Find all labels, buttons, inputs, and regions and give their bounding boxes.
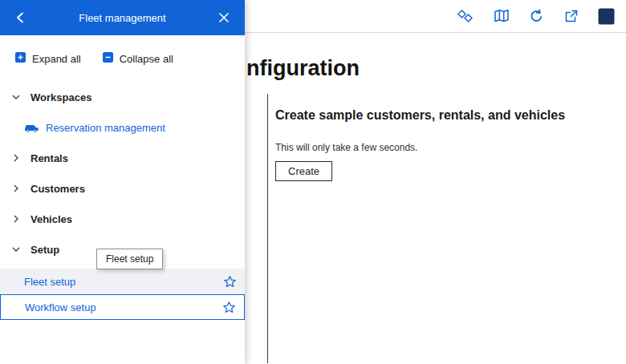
main-area: nfiguration Create sample customers, ren… (245, 0, 626, 364)
chevron-down-icon (11, 92, 21, 102)
tree-item-label: Workflow setup (25, 301, 96, 313)
topbar (245, 0, 626, 33)
open-in-new-window-icon[interactable] (563, 9, 579, 24)
collapse-all-button[interactable]: Collapse all (102, 51, 173, 66)
tree-item-label: Fleet setup (24, 276, 75, 288)
car-icon (24, 123, 39, 133)
refresh-icon[interactable] (529, 9, 544, 24)
flyout-title: Fleet management (32, 12, 213, 24)
guide-book-icon[interactable] (494, 9, 510, 23)
expand-all-label: Expand all (32, 53, 81, 65)
tree-item-workflow-setup[interactable]: Workflow setup (0, 294, 245, 320)
navigation-tree: Workspaces Reservation management Rental… (0, 82, 245, 320)
expand-all-button[interactable]: Expand all (14, 51, 81, 66)
collapse-all-icon (102, 51, 114, 66)
back-chevron-icon[interactable] (10, 6, 32, 29)
tooltip-fleet-setup: Fleet setup (96, 249, 163, 269)
tree-item-workspaces[interactable]: Workspaces (0, 82, 245, 112)
collapse-all-label: Collapse all (120, 53, 173, 65)
tree-item-reservation-management[interactable]: Reservation management (0, 112, 245, 143)
chevron-right-icon (11, 214, 21, 224)
tree-item-label: Vehicles (30, 213, 72, 225)
expand-all-icon (14, 51, 26, 66)
copilot-diamonds-icon[interactable] (457, 9, 474, 23)
page-title: nfiguration (245, 33, 626, 94)
flyout-header: Fleet management (0, 0, 245, 35)
section-note: This will only take a few seconds. (275, 142, 626, 153)
close-icon[interactable] (213, 6, 235, 29)
section-heading: Create sample customers, rentals, and ve… (275, 108, 626, 123)
form-region: Create sample customers, rentals, and ve… (267, 94, 626, 363)
tree-item-label: Reservation management (46, 122, 165, 134)
tree-item-fleet-setup[interactable]: Fleet setup (0, 269, 245, 294)
dark-app-square-icon[interactable] (598, 8, 615, 25)
chevron-down-icon (11, 245, 21, 254)
favorite-star-icon[interactable] (223, 275, 237, 289)
tree-item-label: Customers (30, 183, 85, 195)
tree-item-label: Rentals (30, 152, 68, 164)
tree-item-customers[interactable]: Customers (0, 173, 245, 204)
tree-item-label: Workspaces (30, 91, 91, 103)
chevron-right-icon (11, 153, 21, 163)
app-window: nfiguration Create sample customers, ren… (0, 0, 626, 364)
tree-item-rentals[interactable]: Rentals (0, 143, 245, 173)
create-button[interactable]: Create (275, 161, 332, 181)
tree-item-vehicles[interactable]: Vehicles (0, 204, 245, 234)
tree-toolbar: Expand all Collapse all (0, 35, 245, 79)
favorite-star-icon[interactable] (222, 301, 236, 314)
tree-item-label: Setup (30, 244, 59, 256)
fleet-management-flyout: Fleet management Expand all (0, 0, 245, 364)
chevron-right-icon (11, 184, 21, 193)
